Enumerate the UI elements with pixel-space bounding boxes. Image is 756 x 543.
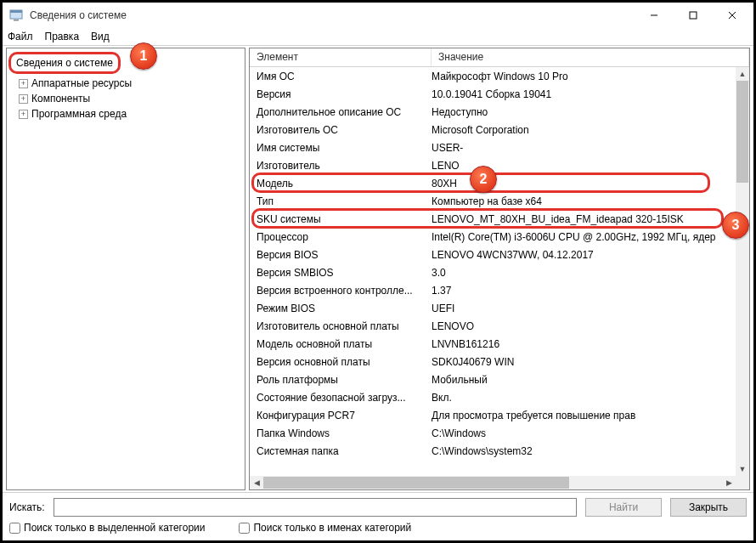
scroll-right-icon[interactable]: ▶ <box>722 476 736 489</box>
cell-element: Изготовитель <box>250 160 432 172</box>
cell-element: Модель основной платы <box>250 338 432 350</box>
table-row[interactable]: Имя ОСМайкрософт Windows 10 Pro <box>250 67 736 85</box>
close-search-button[interactable]: Закрыть <box>670 498 747 517</box>
scroll-left-icon[interactable]: ◀ <box>250 476 263 489</box>
expand-icon[interactable]: + <box>19 94 28 104</box>
scroll-track[interactable] <box>263 476 722 489</box>
table-row[interactable]: Конфигурация PCR7Для просмотра требуется… <box>250 406 736 424</box>
svg-rect-4 <box>690 12 697 19</box>
cell-value: SDK0J40679 WIN <box>432 356 736 368</box>
cell-element: Версия <box>250 88 432 100</box>
content-area: Сведения о системе + Аппаратные ресурсы … <box>3 45 753 492</box>
only-category-names-checkbox[interactable]: Поиск только в именах категорий <box>239 522 411 534</box>
cell-element: Дополнительное описание ОС <box>250 106 432 118</box>
checkbox[interactable] <box>239 523 250 534</box>
table-row[interactable]: Папка WindowsC:\Windows <box>250 424 736 442</box>
table-row[interactable]: Модель80XH <box>250 174 736 192</box>
table-row[interactable]: Системная папкаC:\Windows\system32 <box>250 442 736 460</box>
checkbox-label: Поиск только в именах категорий <box>253 522 411 534</box>
table-row[interactable]: SKU системыLENOVO_MT_80XH_BU_idea_FM_ide… <box>250 210 736 228</box>
scroll-thumb[interactable] <box>736 81 748 183</box>
horizontal-scrollbar[interactable]: ◀ ▶ <box>250 476 736 489</box>
table-row[interactable]: ПроцессорIntel(R) Core(TM) i3-6006U CPU … <box>250 228 736 246</box>
cell-element: Тип <box>250 195 432 207</box>
expand-icon[interactable]: + <box>19 110 28 119</box>
menu-view[interactable]: Вид <box>91 31 110 42</box>
cell-value: Недоступно <box>432 106 736 118</box>
column-value[interactable]: Значение <box>432 48 749 66</box>
cell-element: Состояние безопасной загруз... <box>250 392 432 404</box>
cell-value: LNVNB161216 <box>432 338 736 350</box>
cell-value: LENOVO <box>432 320 736 332</box>
table-row[interactable]: Версия встроенного контролле...1.37 <box>250 281 736 299</box>
tree-item-components[interactable]: + Компоненты <box>19 91 243 106</box>
table-row[interactable]: Состояние безопасной загруз...Вкл. <box>250 388 736 406</box>
menu-file[interactable]: Файл <box>8 31 33 42</box>
cell-value: Мобильный <box>432 374 736 386</box>
only-selected-category-checkbox[interactable]: Поиск только в выделенной категории <box>9 522 205 534</box>
cell-element: Версия BIOS <box>250 249 432 261</box>
maximize-button[interactable] <box>674 3 713 28</box>
cell-value: Microsoft Corporation <box>432 124 736 136</box>
scroll-down-icon[interactable]: ▼ <box>736 462 749 476</box>
table-row[interactable]: Изготовитель ОСMicrosoft Corporation <box>250 121 736 139</box>
cell-value: Компьютер на базе x64 <box>432 195 736 207</box>
tree-item-label: Компоненты <box>31 93 90 105</box>
table-row[interactable]: ИзготовительLENO <box>250 156 736 174</box>
tree-item-hardware[interactable]: + Аппаратные ресурсы <box>19 76 243 91</box>
list-body: Имя ОСМайкрософт Windows 10 ProВерсия10.… <box>250 67 749 489</box>
cell-value: UEFI <box>432 303 736 314</box>
table-row[interactable]: Версия SMBIOS3.0 <box>250 263 736 281</box>
table-row[interactable]: Роль платформыМобильный <box>250 370 736 388</box>
close-button[interactable] <box>713 3 752 28</box>
table-row[interactable]: Имя системыUSER- <box>250 139 736 156</box>
table-row[interactable]: Версия10.0.19041 Сборка 19041 <box>250 85 736 103</box>
tree-root-system-info[interactable]: Сведения о системе <box>8 52 121 74</box>
cell-element: Изготовитель ОС <box>250 124 432 136</box>
find-button[interactable]: Найти <box>585 498 662 517</box>
scroll-up-icon[interactable]: ▲ <box>736 67 749 81</box>
cell-element: Версия основной платы <box>250 356 432 368</box>
vertical-scrollbar[interactable]: ▲ ▼ <box>736 67 749 476</box>
cell-element: Папка Windows <box>250 427 432 439</box>
cell-element: Системная папка <box>250 445 432 457</box>
cell-value: LENOVO_MT_80XH_BU_idea_FM_ideapad 320-15… <box>432 213 736 225</box>
search-input[interactable] <box>54 498 577 517</box>
table-row[interactable]: Изготовитель основной платыLENOVO <box>250 317 736 335</box>
search-options: Поиск только в выделенной категории Поис… <box>9 522 747 534</box>
app-icon <box>8 7 25 24</box>
cell-value: Для просмотра требуется повышение прав <box>432 410 736 421</box>
table-row[interactable]: Версия основной платыSDK0J40679 WIN <box>250 353 736 370</box>
scroll-track[interactable] <box>736 81 749 462</box>
tree-item-software-env[interactable]: + Программная среда <box>19 106 243 122</box>
cell-value: Intel(R) Core(TM) i3-6006U CPU @ 2.00GHz… <box>432 231 736 243</box>
details-list: Элемент Значение Имя ОСМайкрософт Window… <box>249 48 750 490</box>
category-tree[interactable]: Сведения о системе + Аппаратные ресурсы … <box>6 48 245 490</box>
table-row[interactable]: Версия BIOSLENOVO 4WCN37WW, 04.12.2017 <box>250 246 736 263</box>
cell-value: 1.37 <box>432 285 736 297</box>
table-row[interactable]: Дополнительное описание ОСНедоступно <box>250 103 736 121</box>
table-row[interactable]: Режим BIOSUEFI <box>250 299 736 317</box>
checkbox[interactable] <box>9 523 20 534</box>
svg-rect-1 <box>10 10 22 13</box>
svg-rect-2 <box>14 20 19 21</box>
cell-element: Конфигурация PCR7 <box>250 410 432 421</box>
expand-icon[interactable]: + <box>19 79 28 88</box>
menubar: Файл Правка Вид <box>3 28 753 45</box>
table-row[interactable]: Модель основной платыLNVNB161216 <box>250 335 736 353</box>
cell-value: Вкл. <box>432 392 736 404</box>
cell-element: Роль платформы <box>250 374 432 386</box>
cell-element: Изготовитель основной платы <box>250 320 432 332</box>
table-row[interactable]: ТипКомпьютер на базе x64 <box>250 192 736 210</box>
column-element[interactable]: Элемент <box>250 48 432 66</box>
search-label: Искать: <box>9 501 45 513</box>
cell-element: Версия встроенного контролле... <box>250 285 432 297</box>
cell-value: C:\Windows <box>432 427 736 439</box>
search-row: Искать: Найти Закрыть <box>9 498 747 517</box>
cell-value: LENOVO 4WCN37WW, 04.12.2017 <box>432 249 736 261</box>
minimize-button[interactable] <box>635 3 674 28</box>
menu-edit[interactable]: Правка <box>45 31 80 42</box>
list-header: Элемент Значение <box>250 48 749 67</box>
titlebar: Сведения о системе <box>3 3 753 28</box>
scroll-thumb[interactable] <box>263 477 569 489</box>
